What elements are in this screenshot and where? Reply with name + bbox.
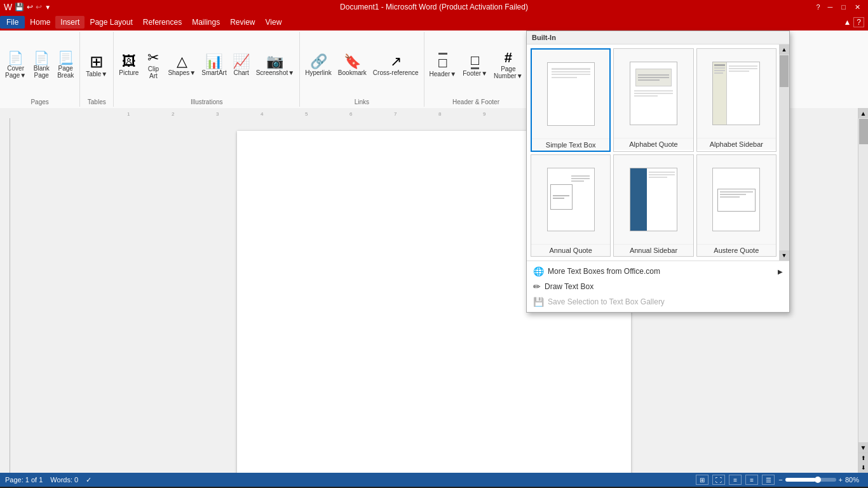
dropdown-grid: Simple Text Box [527, 44, 789, 261]
smartart-icon: 📊 [205, 55, 222, 69]
blank-page-icon: 📄 [34, 51, 50, 64]
clip-art-icon: ✂ [147, 51, 159, 65]
page-number-label: PageNumber▼ [494, 65, 522, 79]
footer-btn[interactable]: □ Footer▼ [460, 52, 490, 78]
dropdown-item-alphabet-sidebar[interactable]: Alphabet Sidebar [696, 48, 776, 152]
screenshot-icon: 📷 [266, 55, 283, 69]
svg-text:2: 2 [172, 111, 175, 117]
title-bar: W 💾 ↩ ↩ ▼ Document1 - Microsoft Word (Pr… [0, 0, 868, 14]
dropdown-scrollbar[interactable]: ▲ ▼ [779, 44, 789, 261]
qat-undo[interactable]: ↩ [27, 3, 33, 11]
svg-text:5: 5 [305, 111, 308, 117]
draw-text-box-icon: ✏ [533, 281, 541, 292]
dropdown-item-annual-quote[interactable]: Annual Quote [531, 154, 611, 257]
view-web-btn[interactable]: ≡ [729, 475, 742, 485]
picture-label: Picture [119, 69, 139, 76]
spell-check-icon[interactable]: ✓ [86, 476, 92, 484]
menu-mailings[interactable]: Mailings [187, 16, 225, 29]
status-bar: Page: 1 of 1 Words: 0 ✓ ⊞ ⛶ ≡ ≡ ☰ − + 80… [0, 473, 868, 487]
help-btn[interactable]: ? [813, 3, 822, 11]
menu-insert[interactable]: Insert [55, 16, 85, 29]
table-icon: ⊞ [90, 53, 104, 70]
title-text: Document1 - Microsoft Word (Product Acti… [340, 3, 528, 11]
blank-page-btn[interactable]: 📄 BlankPage [30, 50, 53, 80]
menu-review[interactable]: Review [225, 16, 260, 29]
draw-text-box-label: Draw Text Box [545, 282, 593, 291]
prev-page-btn[interactable]: ⬆ [858, 452, 868, 463]
dropdown-item-simple-text-box[interactable]: Simple Text Box [531, 48, 611, 152]
table-btn[interactable]: ⊞ Table▼ [83, 52, 111, 79]
zoom-slider[interactable] [785, 478, 836, 482]
view-print-btn[interactable]: ⊞ [696, 475, 709, 485]
menu-references[interactable]: References [138, 16, 187, 29]
ribbon-help-btn[interactable]: ? [853, 17, 864, 27]
page-number-btn[interactable]: # PageNumber▼ [491, 50, 525, 81]
bookmark-btn[interactable]: 🔖 Bookmark [336, 53, 369, 78]
chart-btn[interactable]: 📈 Chart [230, 53, 253, 78]
ribbon-group-links: 🔗 Hyperlink 🔖 Bookmark ↗ Cross-reference… [300, 32, 424, 107]
menu-file[interactable]: File [0, 16, 25, 29]
word-icon: W [4, 2, 12, 12]
view-fullscreen-btn[interactable]: ⛶ [712, 475, 725, 485]
pages-group-label: Pages [31, 98, 48, 105]
view-outline-btn[interactable]: ≡ [745, 475, 758, 485]
shapes-icon: △ [177, 55, 187, 69]
more-text-boxes-label: More Text Boxes from Office.com [548, 267, 660, 276]
scrollbar-vertical[interactable]: ▲ ▼ ⬆ ⬇ [858, 108, 868, 473]
page-break-btn[interactable]: 📃 PageBreak [54, 50, 77, 80]
dropdown-item-alphabet-quote[interactable]: Alphabet Quote [613, 48, 693, 152]
header-btn[interactable]: □ Header▼ [427, 51, 459, 79]
close-btn[interactable]: ✕ [851, 3, 864, 11]
zoom-out-btn[interactable]: − [778, 476, 782, 484]
menu-home[interactable]: Home [25, 16, 55, 29]
alphabet-sidebar-preview [697, 49, 776, 138]
footer-icon: □ [471, 53, 479, 69]
illustrations-group-label: Illustrations [191, 98, 223, 105]
maximize-btn[interactable]: □ [837, 3, 850, 11]
zoom-in-btn[interactable]: + [839, 476, 843, 484]
dropdown-scroll-down[interactable]: ▼ [779, 250, 789, 261]
view-draft-btn[interactable]: ☰ [762, 475, 775, 485]
cover-page-icon: 📄 [8, 51, 24, 64]
dropdown-scroll-up[interactable]: ▲ [779, 44, 789, 55]
minimize-btn[interactable]: ─ [824, 3, 837, 11]
dropdown-scroll-thumb[interactable] [780, 55, 789, 87]
scroll-thumb[interactable] [859, 119, 868, 144]
dropdown-scroll-track [779, 55, 789, 250]
svg-text:6: 6 [349, 111, 353, 117]
table-label: Table▼ [86, 71, 107, 78]
cover-page-label: CoverPage▼ [5, 65, 26, 79]
cover-page-btn[interactable]: 📄 CoverPage▼ [3, 50, 29, 80]
next-page-btn[interactable]: ⬇ [858, 463, 868, 473]
header-icon: □ [438, 53, 447, 70]
austere-quote-label: Austere Quote [697, 244, 776, 256]
simple-text-box-preview [532, 50, 609, 139]
status-right: ⊞ ⛶ ≡ ≡ ☰ − + 80% [696, 475, 863, 485]
more-text-boxes-btn[interactable]: 🌐 More Text Boxes from Office.com ▶ [527, 264, 789, 279]
page-number-icon: # [505, 51, 512, 65]
scroll-down-btn[interactable]: ▼ [858, 442, 868, 452]
page-status: Page: 1 of 1 [5, 476, 43, 484]
svg-text:1: 1 [127, 111, 130, 117]
clip-art-btn[interactable]: ✂ ClipArt [142, 50, 165, 81]
zoom-thumb[interactable] [815, 477, 821, 483]
dropdown-item-annual-sidebar[interactable]: Annual Sidebar [613, 154, 693, 257]
qat-redo[interactable]: ↩ [36, 3, 42, 11]
screenshot-btn[interactable]: 📷 Screenshot▼ [254, 53, 297, 78]
cross-reference-btn[interactable]: ↗ Cross-reference [370, 53, 421, 78]
alphabet-sidebar-label: Alphabet Sidebar [697, 138, 776, 150]
ribbon-collapse-btn[interactable]: ▲ [843, 18, 851, 27]
dropdown-item-austere-quote[interactable]: Austere Quote [696, 154, 776, 257]
menu-view[interactable]: View [261, 16, 287, 29]
smartart-btn[interactable]: 📊 SmartArt [199, 53, 229, 78]
draw-text-box-btn[interactable]: ✏ Draw Text Box [527, 279, 789, 294]
dropdown-footer: 🌐 More Text Boxes from Office.com ▶ ✏ Dr… [527, 261, 789, 312]
hyperlink-btn[interactable]: 🔗 Hyperlink [302, 53, 334, 78]
qat-save[interactable]: 💾 [15, 3, 24, 11]
picture-btn[interactable]: 🖼 Picture [116, 53, 141, 78]
qat-customize[interactable]: ▼ [44, 4, 51, 11]
menu-pagelayout[interactable]: Page Layout [85, 16, 137, 29]
scroll-up-btn[interactable]: ▲ [858, 108, 868, 118]
save-selection-btn: 💾 Save Selection to Text Box Gallery [527, 294, 789, 309]
shapes-btn[interactable]: △ Shapes▼ [165, 53, 198, 78]
